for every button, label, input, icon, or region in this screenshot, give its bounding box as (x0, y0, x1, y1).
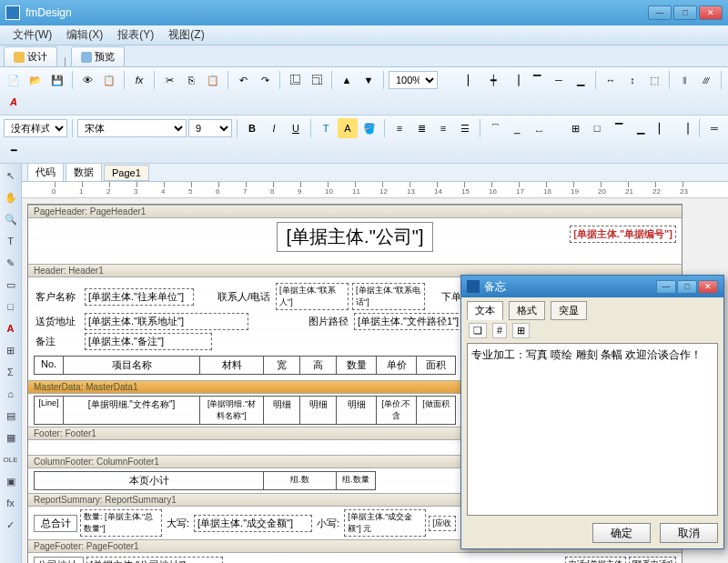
undo-button[interactable]: ↶ (233, 70, 253, 90)
zoom-combo[interactable]: 100% (389, 71, 438, 89)
align-bot-obj[interactable]: ▁ (571, 70, 591, 90)
lbl-customer[interactable]: 客户名称 (34, 289, 81, 305)
valign-bot[interactable]: ⎵ (529, 118, 549, 138)
dlg-tool-3[interactable]: ⊞ (512, 323, 530, 338)
tool-text[interactable]: T (3, 233, 19, 249)
ok-button[interactable]: 确定 (592, 523, 651, 543)
tool-band[interactable]: ▭ (3, 276, 19, 293)
title-field[interactable]: [单据主体."公司"] (277, 222, 434, 252)
dlg-tab-text[interactable]: 文本 (467, 301, 503, 320)
fill-color[interactable]: 🪣 (359, 118, 379, 138)
group-button[interactable]: ⿺ (285, 70, 305, 90)
font-color[interactable]: T (316, 118, 336, 138)
fld-contact-a[interactable]: [单据主体."联系人"] (276, 283, 349, 310)
dlg-tool-2[interactable]: # (492, 323, 507, 338)
lbl-contact[interactable]: 联系人/电话 (216, 289, 272, 305)
lbl-remark[interactable]: 备注 (34, 334, 81, 349)
tab-preview[interactable]: 预览 (71, 46, 125, 66)
paste-button[interactable]: 📋 (203, 70, 223, 90)
dialog-min[interactable]: — (656, 280, 676, 294)
ctab-data[interactable]: 数据 (66, 164, 102, 182)
tool-rect[interactable]: □ (3, 298, 19, 315)
tool-list[interactable]: ▤ (3, 407, 19, 424)
align-left-obj[interactable]: ▏ (461, 70, 481, 90)
dlg-tab-highlight[interactable]: 突显 (551, 301, 587, 320)
lbl-addr[interactable]: 送货地址 (34, 314, 81, 329)
align-top-obj[interactable]: ▔ (527, 70, 547, 90)
tool-select[interactable]: ↖ (3, 167, 19, 184)
minimize-button[interactable]: — (648, 5, 672, 20)
underline-button[interactable]: U (286, 118, 306, 138)
dialog-close[interactable]: ✕ (698, 280, 718, 294)
tool-hand[interactable]: ✋ (3, 189, 19, 206)
font-combo[interactable]: 宋体 (77, 119, 187, 137)
ctab-page1[interactable]: Page1 (104, 165, 149, 181)
fld-addr[interactable]: [单据主体."联系地址"] (85, 313, 248, 330)
tool-sum[interactable]: Σ (3, 364, 19, 380)
tab-design[interactable]: 设计 (4, 46, 57, 66)
tool-edit[interactable]: ✎ (3, 255, 19, 271)
ungroup-button[interactable]: ⿹ (307, 70, 327, 90)
same-height[interactable]: ↕ (622, 70, 642, 90)
close-button[interactable]: ✕ (699, 5, 723, 20)
copy-button[interactable]: ⎘ (181, 70, 201, 90)
dlg-tab-format[interactable]: 格式 (509, 301, 545, 320)
align-left[interactable]: ≡ (389, 118, 410, 138)
menu-view[interactable]: 视图(Z) (161, 25, 211, 45)
new-button[interactable]: 📄 (4, 70, 24, 90)
cut-button[interactable]: ✂ (159, 70, 179, 90)
open-button[interactable]: 📂 (25, 70, 46, 90)
save-button[interactable]: 💾 (47, 70, 67, 90)
memo-textarea[interactable]: 专业加工：写真 喷绘 雕刻 条幅 欢迎洽谈合作！ (467, 343, 718, 516)
valign-top[interactable]: ⎴ (485, 118, 505, 138)
tool-ole[interactable]: OLE (3, 451, 19, 467)
border-all[interactable]: ⊞ (565, 118, 585, 138)
dialog-titlebar[interactable]: 备忘 — □ ✕ (461, 276, 723, 297)
align-right-obj[interactable]: ▕ (505, 70, 525, 90)
menu-file[interactable]: 文件(W) (5, 25, 59, 45)
border-bot[interactable]: ▁ (631, 118, 651, 138)
band-pageheader-hdr[interactable]: PageHeader: PageHeader1 (28, 205, 682, 218)
border-top[interactable]: ▔ (609, 118, 629, 138)
space-v[interactable]: ⫻ (696, 70, 716, 90)
bring-front-button[interactable]: ▲ (337, 70, 357, 90)
line-width[interactable]: ━ (4, 140, 24, 160)
tool-label[interactable]: A (3, 320, 19, 337)
align-justify[interactable]: ☰ (455, 118, 475, 138)
tool-table[interactable]: ⊞ (3, 342, 19, 358)
font-color-2[interactable]: A (4, 92, 24, 112)
dialog-max[interactable]: □ (677, 280, 697, 294)
fx-button[interactable]: fx (129, 70, 149, 90)
preview-button[interactable]: 👁 (77, 70, 97, 90)
tool-img[interactable]: ▣ (3, 473, 19, 489)
page-button[interactable]: 📋 (99, 70, 119, 90)
menu-edit[interactable]: 编辑(X) (59, 25, 110, 45)
same-size[interactable]: ⬚ (644, 70, 664, 90)
border-left[interactable]: ▏ (652, 118, 672, 138)
align-mid-obj[interactable]: ─ (549, 70, 569, 90)
dlg-tool-1[interactable]: ❏ (469, 323, 487, 338)
docnum-field[interactable]: [单据主体."单据编号"] (570, 226, 676, 243)
size-combo[interactable]: 9 (188, 119, 232, 137)
ctab-code[interactable]: 代码 (27, 164, 64, 182)
border-none[interactable]: □ (587, 118, 607, 138)
lbl-imgpath[interactable]: 图片路径 (307, 314, 350, 329)
subtotal-label[interactable]: 本页小计 (34, 471, 263, 490)
fld-contact-b[interactable]: [单据主体."联系电话"] (352, 283, 425, 310)
align-right[interactable]: ≡ (433, 118, 453, 138)
tool-fx2[interactable]: fx (3, 495, 19, 511)
redo-button[interactable]: ↷ (255, 70, 275, 90)
valign-mid[interactable]: ⎯ (507, 118, 527, 138)
tool-check[interactable]: ✓ (3, 517, 19, 533)
maximize-button[interactable]: □ (673, 5, 697, 20)
highlight[interactable]: A (338, 118, 358, 138)
fld-customer[interactable]: [单据主体."往来单位"] (85, 288, 194, 306)
bold-button[interactable]: B (242, 118, 262, 138)
align-center[interactable]: ≣ (411, 118, 431, 138)
style-combo[interactable]: 没有样式 (4, 119, 67, 137)
tool-home[interactable]: ⌂ (3, 386, 19, 402)
tool-zoom[interactable]: 🔍 (3, 211, 19, 227)
menu-report[interactable]: 报表(Y) (110, 25, 161, 45)
fld-remark[interactable]: [单据主体."备注"] (85, 333, 212, 350)
line-style[interactable]: ═ (704, 118, 724, 138)
